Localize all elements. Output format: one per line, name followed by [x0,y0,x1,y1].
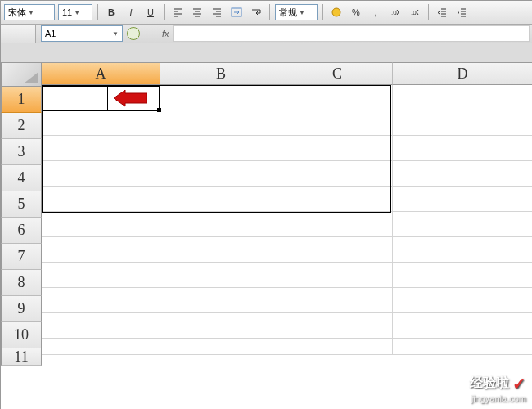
grid-body: A B C D [42,62,532,409]
decrease-decimal-button[interactable]: .0 [407,4,423,20]
cell-b8[interactable] [160,263,282,288]
increase-decimal-button[interactable]: .0 [387,4,404,20]
cell-a8[interactable] [42,263,160,288]
cell-b11[interactable] [160,339,282,355]
cell-b5[interactable] [160,187,282,212]
cell-d10[interactable] [393,313,532,339]
cell-d8[interactable] [393,263,532,288]
ruler-gap [1,43,532,62]
namebox-gutter [1,25,36,43]
font-size-combo[interactable]: 11 ▼ [58,4,92,20]
align-center-icon [192,7,202,17]
separator [97,4,98,20]
cell-d2[interactable] [393,110,532,136]
cell-d11[interactable] [393,339,532,355]
name-box-value: A1 [45,29,56,38]
separator [322,4,323,20]
decrease-indent-button[interactable] [434,4,450,20]
cell-c11[interactable] [282,339,393,355]
chevron-down-icon: ▼ [74,9,80,16]
cell-d7[interactable] [393,237,532,263]
col-header-c[interactable]: C [282,62,393,85]
row-header-2[interactable]: 2 [1,113,42,139]
cell-b4[interactable] [160,161,282,187]
bold-button[interactable]: B [103,4,119,20]
cell-a2[interactable] [42,110,160,136]
increase-indent-button[interactable] [453,4,470,20]
cell-d6[interactable] [393,212,532,237]
col-header-d[interactable]: D [393,62,532,85]
wrap-icon [251,7,261,17]
row-header-6[interactable]: 6 [1,218,42,244]
cancel-formula-button[interactable] [126,26,141,41]
cell-a4[interactable] [42,161,160,187]
italic-button[interactable]: I [123,4,139,20]
cell-c2[interactable] [282,110,393,136]
cell-c8[interactable] [282,263,393,288]
cell-d4[interactable] [393,161,532,187]
formula-input[interactable] [173,25,530,42]
chevron-down-icon: ▼ [299,9,305,16]
font-size-value: 11 [62,7,72,17]
spreadsheet-grid: 1 2 3 4 5 6 7 8 9 10 11 A B C D [1,62,532,409]
cell-b10[interactable] [160,313,282,339]
row-header-5[interactable]: 5 [1,191,42,218]
cell-c7[interactable] [282,237,393,263]
select-all-corner[interactable] [1,62,42,87]
cell-grid [42,85,532,355]
cell-a1[interactable] [42,85,160,110]
cell-b3[interactable] [160,136,282,161]
wrap-text-button[interactable] [248,4,264,20]
cell-d5[interactable] [393,187,532,212]
cell-b6[interactable] [160,212,282,237]
row-header-7[interactable]: 7 [1,244,42,270]
cell-c1[interactable] [282,85,393,110]
cell-b1[interactable] [160,85,282,110]
percent-button[interactable]: % [348,4,364,20]
cell-b9[interactable] [160,288,282,313]
cell-a9[interactable] [42,288,160,313]
cell-a5[interactable] [42,187,160,212]
row-header-9[interactable]: 9 [1,296,42,322]
row-header-11[interactable]: 11 [1,348,42,366]
row-header-1[interactable]: 1 [1,87,42,113]
align-center-button[interactable] [189,4,205,20]
cell-a11[interactable] [42,339,160,355]
cell-c6[interactable] [282,212,393,237]
cell-b2[interactable] [160,110,282,136]
cell-a3[interactable] [42,136,160,161]
cell-a10[interactable] [42,313,160,339]
align-right-button[interactable] [209,4,225,20]
cell-d1[interactable] [393,85,532,110]
cell-d9[interactable] [393,288,532,313]
cell-c5[interactable] [282,187,393,212]
comma-button[interactable]: , [367,4,384,20]
cell-b7[interactable] [160,237,282,263]
cell-a7[interactable] [42,237,160,263]
col-header-b[interactable]: B [160,62,282,85]
comma-icon: , [374,7,376,17]
underline-button[interactable]: U [142,4,159,20]
svg-text:.0: .0 [411,9,417,16]
row-header-3[interactable]: 3 [1,139,42,165]
number-format-combo[interactable]: 常规 ▼ [275,4,318,20]
cell-d3[interactable] [393,136,532,161]
merge-cells-button[interactable] [228,4,245,20]
align-left-icon [173,7,183,17]
cell-c4[interactable] [282,161,393,187]
cell-a6[interactable] [42,212,160,237]
row-header-8[interactable]: 8 [1,270,42,296]
col-header-a[interactable]: A [42,62,160,85]
cell-c3[interactable] [282,136,393,161]
align-left-button[interactable] [169,4,186,20]
fx-label[interactable]: fx [162,29,169,38]
currency-button[interactable] [328,4,345,20]
row-header-10[interactable]: 10 [1,322,42,348]
row-header-4[interactable]: 4 [1,165,42,191]
separator [269,4,270,20]
cell-c10[interactable] [282,313,393,339]
cell-c9[interactable] [282,288,393,313]
chevron-down-icon: ▼ [112,30,119,38]
font-name-combo[interactable]: 宋体 ▼ [4,4,55,20]
name-box[interactable]: A1 ▼ [41,25,123,42]
